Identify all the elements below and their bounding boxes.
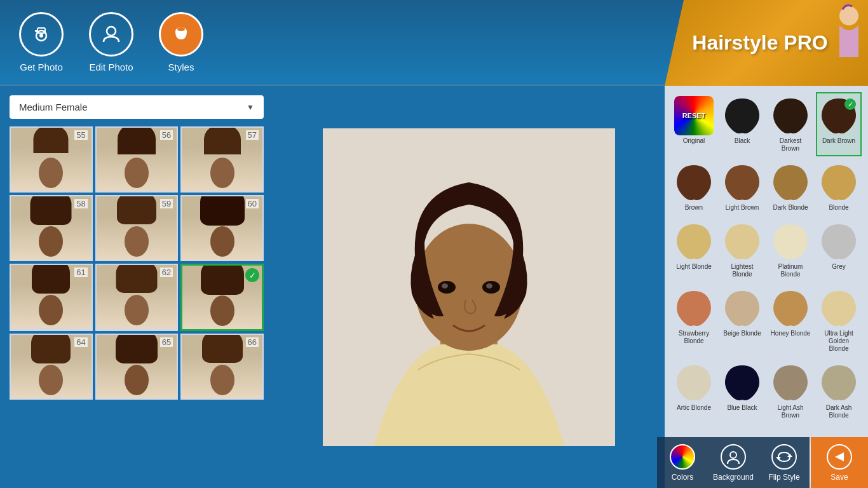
svg-rect-3: [35, 30, 37, 32]
style-check-63: ✓: [245, 268, 259, 282]
color-swatch-platinum-blonde: [771, 222, 810, 261]
toolbar-background-button[interactable]: Background: [708, 437, 759, 488]
style-item-62[interactable]: 62: [95, 264, 179, 331]
color-item-original[interactable]: RESET Original: [671, 92, 717, 156]
color-name-artic-blonde: Artic Blonde: [677, 404, 711, 412]
colors-label: Colors: [672, 473, 694, 482]
toolbar-flip-style-button[interactable]: Flip Style: [759, 437, 810, 488]
color-name-light-blonde: Light Blonde: [676, 263, 712, 271]
color-item-brown[interactable]: Brown: [671, 159, 717, 215]
style-item-58[interactable]: 58: [10, 195, 93, 261]
svg-point-13: [442, 283, 448, 288]
color-name-original: Original: [683, 137, 705, 145]
style-num-64: 64: [74, 337, 87, 347]
color-item-beige-blonde[interactable]: Beige Blonde: [719, 285, 765, 356]
logo-text: Hairstyle PRO: [692, 31, 827, 55]
color-swatch-brown: [674, 163, 714, 202]
color-item-blue-black[interactable]: Blue Black: [719, 359, 765, 423]
color-name-lightest-blonde: Lightest Blonde: [722, 263, 763, 278]
save-label: Save: [831, 473, 848, 482]
color-item-dark-ash-blonde[interactable]: Dark Ash Blonde: [816, 359, 862, 423]
style-item-61[interactable]: 61: [10, 264, 93, 331]
style-item-64[interactable]: 64: [10, 334, 93, 400]
style-item-66[interactable]: 66: [180, 334, 264, 400]
style-item-55[interactable]: 55: [10, 126, 93, 193]
person-preview: [323, 128, 615, 446]
color-swatch-beige-blonde: [722, 288, 762, 328]
color-item-ultra-light-golden-blonde[interactable]: Ultra Light Golden Blonde: [816, 285, 862, 356]
main-content: Medium Female ▼ 55 56: [0, 86, 868, 488]
style-num-55: 55: [74, 130, 87, 140]
colors-grid: RESET Original Black Darkest Brown: [671, 92, 862, 423]
flip-style-icon: [771, 444, 797, 470]
color-name-blue-black: Blue Black: [727, 404, 757, 412]
color-item-darkest-brown[interactable]: Darkest Brown: [768, 92, 813, 156]
save-icon: [827, 444, 852, 470]
color-item-platinum-blonde[interactable]: Platinum Blonde: [768, 218, 813, 282]
color-swatch-grey: [819, 222, 858, 261]
color-name-light-ash-brown: Light Ash Brown: [770, 404, 811, 419]
style-item-56[interactable]: 56: [95, 126, 179, 193]
style-item-59[interactable]: 59: [95, 195, 179, 261]
color-name-darkest-brown: Darkest Brown: [770, 137, 811, 152]
color-check-dark-brown: ✓: [844, 98, 856, 110]
colors-panel: RESET Original Black Darkest Brown: [665, 86, 868, 488]
toolbar-save-button[interactable]: Save: [811, 437, 868, 488]
style-num-61: 61: [74, 268, 87, 277]
color-swatch-dark-brown: ✓: [819, 96, 858, 135]
photo-preview-panel: [273, 86, 665, 488]
color-name-strawberry-blonde: Strawberry Blonde: [674, 330, 714, 345]
svg-point-15: [730, 452, 736, 458]
flip-style-label: Flip Style: [768, 473, 799, 482]
styles-label: Styles: [168, 62, 194, 72]
nav-bar: Get Photo Edit Photo Styles: [19, 12, 203, 72]
style-item-63[interactable]: ✓: [180, 264, 264, 331]
color-name-honey-blonde: Honey Blonde: [771, 330, 811, 337]
color-item-blonde[interactable]: Blonde: [816, 159, 862, 215]
header: Get Photo Edit Photo Styles: [0, 0, 868, 86]
color-item-light-brown[interactable]: Light Brown: [719, 159, 765, 215]
photo-frame: [323, 128, 615, 446]
edit-photo-icon: [89, 12, 133, 57]
color-item-dark-blonde[interactable]: Dark Blonde: [768, 159, 813, 215]
color-item-lightest-blonde[interactable]: Lightest Blonde: [719, 218, 765, 282]
background-icon: [721, 444, 746, 470]
category-dropdown-container[interactable]: Medium Female ▼: [10, 95, 264, 119]
color-item-artic-blonde[interactable]: Artic Blonde: [671, 359, 717, 423]
color-item-dark-brown[interactable]: ✓ Dark Brown: [816, 92, 862, 156]
styles-grid: 55 56 57: [10, 126, 264, 400]
nav-edit-photo[interactable]: Edit Photo: [89, 12, 133, 72]
color-item-light-blonde[interactable]: Light Blonde: [671, 218, 717, 282]
color-swatch-artic-blonde: [674, 363, 714, 402]
dropdown-value: Medium Female: [19, 102, 88, 112]
color-name-platinum-blonde: Platinum Blonde: [770, 263, 811, 278]
nav-styles[interactable]: Styles: [159, 12, 203, 72]
color-name-grey: Grey: [832, 263, 846, 271]
color-item-light-ash-brown[interactable]: Light Ash Brown: [768, 359, 813, 423]
color-swatch-ultra-light-golden-blonde: [819, 288, 858, 328]
color-item-strawberry-blonde[interactable]: Strawberry Blonde: [671, 285, 717, 356]
styles-panel: Medium Female ▼ 55 56: [0, 86, 273, 488]
style-num-60: 60: [246, 199, 259, 208]
get-photo-label: Get Photo: [20, 62, 63, 72]
nav-get-photo[interactable]: Get Photo: [19, 12, 64, 72]
toolbar-colors-button[interactable]: Colors: [657, 437, 708, 488]
category-dropdown[interactable]: Medium Female ▼: [10, 95, 264, 119]
dropdown-arrow-icon: ▼: [247, 103, 254, 112]
style-item-65[interactable]: 65: [95, 334, 179, 400]
style-item-60[interactable]: 60: [180, 195, 264, 261]
style-num-66: 66: [246, 337, 259, 347]
color-item-black[interactable]: Black: [719, 92, 765, 156]
edit-photo-label: Edit Photo: [89, 62, 133, 72]
color-item-honey-blonde[interactable]: Honey Blonde: [768, 285, 813, 356]
color-name-beige-blonde: Beige Blonde: [723, 330, 761, 337]
color-swatch-dark-ash-blonde: [819, 363, 858, 402]
color-swatch-lightest-blonde: [722, 222, 762, 261]
color-swatch-black: [722, 96, 762, 135]
svg-point-2: [39, 34, 43, 37]
color-swatch-light-blonde: [674, 222, 714, 261]
color-item-grey[interactable]: Grey: [816, 218, 862, 282]
color-swatch-strawberry-blonde: [674, 288, 714, 328]
color-swatch-blue-black: [722, 363, 762, 402]
style-item-57[interactable]: 57: [180, 126, 264, 193]
